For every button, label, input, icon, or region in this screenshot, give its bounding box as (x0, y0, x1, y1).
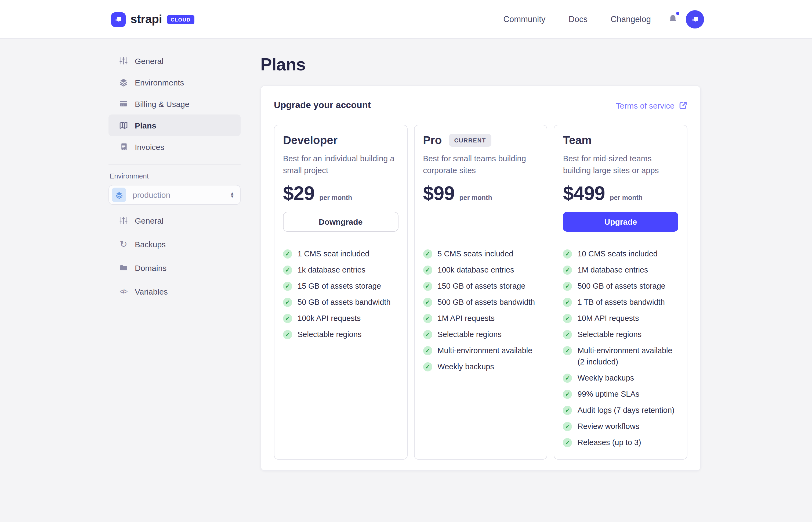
feature-item: ✓Weekly backups (563, 370, 678, 386)
upgrade-button[interactable]: Upgrade (563, 212, 678, 232)
plan-features: ✓5 CMS seats included✓100k database entr… (423, 246, 538, 375)
check-icon: ✓ (423, 346, 432, 355)
panel-header: Upgrade your account Terms of service (274, 100, 687, 111)
sidebar-item-label: General (135, 56, 163, 65)
feature-text: 15 GB of assets storage (298, 280, 381, 292)
sidebar-item-plans[interactable]: Plans (108, 114, 241, 136)
environment-select[interactable]: production ▲▼ (108, 185, 241, 205)
check-icon: ✓ (283, 281, 292, 291)
check-icon: ✓ (563, 422, 572, 431)
feature-text: 1 TB of assets bandwidth (578, 296, 665, 308)
feature-text: Selectable regions (298, 329, 362, 340)
nav-link-docs[interactable]: Docs (568, 14, 588, 24)
notifications-button[interactable] (668, 14, 678, 25)
feature-item: ✓1M database entries (563, 262, 678, 278)
feature-text: 10 CMS seats included (578, 248, 657, 259)
plan-period: per month (460, 194, 492, 201)
sidebar-item-domains[interactable]: Domains (108, 256, 241, 279)
code-icon: </> (119, 287, 128, 296)
feature-item: ✓100k database entries (423, 262, 538, 278)
check-icon: ✓ (423, 297, 432, 307)
feature-text: 99% uptime SLAs (578, 388, 640, 400)
feature-text: Selectable regions (437, 329, 502, 340)
plan-description: Best for small teams building corporate … (423, 153, 538, 176)
sidebar-item-label: Invoices (135, 142, 164, 151)
bottom-strip (0, 522, 812, 530)
check-icon: ✓ (563, 265, 572, 275)
sidebar-item-billing-usage[interactable]: Billing & Usage (108, 93, 241, 114)
sidebar-item-label: Backups (135, 239, 166, 249)
plan-price: $99 (423, 182, 454, 205)
check-icon: ✓ (563, 389, 572, 399)
sidebar-item-env-general[interactable]: General (108, 209, 241, 232)
nav-link-community[interactable]: Community (504, 14, 546, 24)
feature-text: Audit logs (7 days retention) (578, 404, 675, 416)
feature-item: ✓Releases (up to 3) (563, 434, 678, 450)
sidebar-item-label: Domains (135, 263, 166, 272)
feature-text: Releases (up to 3) (578, 437, 641, 448)
feature-item: ✓Multi-environment available (423, 343, 538, 359)
feature-text: 500 GB of assets bandwidth (437, 296, 535, 308)
sidebar-item-label: Plans (135, 121, 156, 130)
brand[interactable]: strapi CLOUD (111, 0, 194, 39)
avatar[interactable] (686, 10, 704, 28)
plan-price: $499 (563, 182, 605, 205)
feature-text: Selectable regions (578, 329, 642, 340)
check-icon: ✓ (423, 330, 432, 339)
check-icon: ✓ (563, 297, 572, 307)
plan-description: Best for mid-sized teams building large … (563, 153, 678, 176)
terms-of-service-link[interactable]: Terms of service (616, 101, 687, 110)
plan-name: Developer (283, 134, 337, 147)
strapi-cloud-app: strapi CLOUD Community Docs Changelog Ge… (0, 0, 812, 530)
invoice-icon (119, 142, 128, 152)
sidebar-item-backups[interactable]: ↻ Backups (108, 232, 241, 256)
feature-item: ✓99% uptime SLAs (563, 386, 678, 402)
feature-item: ✓10M API requests (563, 310, 678, 326)
feature-text: 1M database entries (578, 264, 648, 276)
check-icon: ✓ (563, 346, 572, 355)
external-link-icon (679, 101, 687, 110)
feature-item: ✓1 TB of assets bandwidth (563, 294, 678, 310)
downgrade-button[interactable]: Downgrade (283, 212, 398, 232)
page-title: Plans (260, 55, 701, 74)
sliders-icon (119, 215, 128, 225)
feature-item: ✓500 GB of assets storage (563, 278, 678, 294)
sidebar-item-label: Environments (135, 78, 184, 87)
feature-text: 150 GB of assets storage (437, 280, 525, 292)
check-icon: ✓ (283, 313, 292, 323)
sidebar-item-variables[interactable]: </> Variables (108, 279, 241, 303)
terms-of-service-label: Terms of service (616, 101, 675, 110)
feature-item: ✓100k API requests (283, 310, 398, 326)
sidebar-item-general[interactable]: General (108, 50, 241, 71)
check-icon: ✓ (423, 313, 432, 323)
plan-name: Pro (423, 134, 442, 147)
nav-link-changelog[interactable]: Changelog (611, 14, 651, 24)
header: strapi CLOUD Community Docs Changelog (0, 0, 812, 39)
refresh-icon: ↻ (119, 239, 128, 249)
check-icon: ✓ (563, 330, 572, 339)
plan-divider (283, 240, 398, 240)
feature-item: ✓Review workflows (563, 418, 678, 434)
feature-text: 1k database entries (298, 264, 365, 276)
feature-item: ✓Audit logs (7 days retention) (563, 402, 678, 418)
feature-text: 1 CMS seat included (298, 248, 369, 259)
feature-text: Weekly backups (578, 372, 634, 383)
sidebar-item-invoices[interactable]: Invoices (108, 136, 241, 157)
sidebar-item-environments[interactable]: Environments (108, 71, 241, 93)
plan-card-team: Team Best for mid-sized teams building l… (554, 125, 687, 460)
plan-period: per month (610, 194, 642, 201)
map-icon (119, 121, 128, 130)
strapi-logo-icon (111, 12, 126, 27)
feature-item: ✓500 GB of assets bandwidth (423, 294, 538, 310)
chevron-up-down-icon: ▲▼ (230, 192, 234, 198)
feature-item: ✓150 GB of assets storage (423, 278, 538, 294)
plan-period: per month (319, 194, 352, 201)
check-icon: ✓ (423, 249, 432, 258)
feature-text: 5 CMS seats included (437, 248, 513, 259)
sidebar-item-label: Billing & Usage (135, 99, 189, 108)
check-icon: ✓ (283, 330, 292, 339)
environment-nav: General ↻ Backups Domains </> Variables (108, 209, 241, 303)
environment-select-value: production (133, 190, 230, 199)
feature-item: ✓50 GB of assets bandwidth (283, 294, 398, 310)
feature-item: ✓1M API requests (423, 310, 538, 326)
